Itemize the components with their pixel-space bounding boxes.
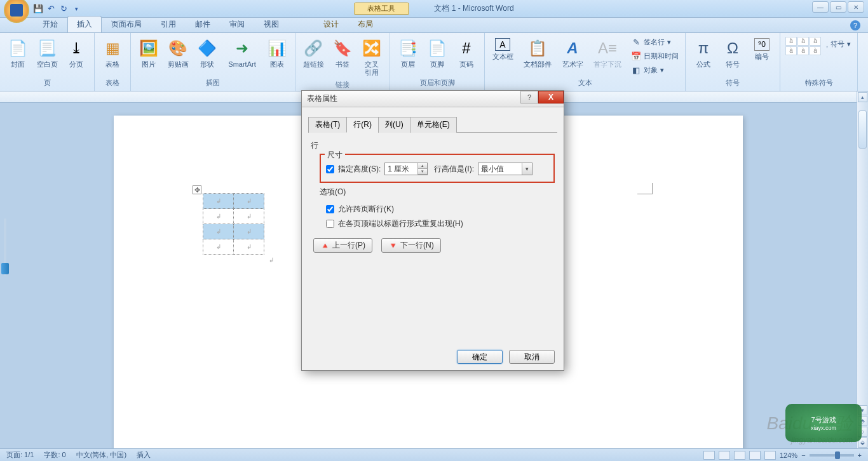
cancel-button[interactable]: 取消 [509, 350, 555, 364]
status-language[interactable]: 中文(简体, 中国) [76, 450, 126, 460]
dialog-tab-column[interactable]: 列(U) [378, 117, 410, 133]
smartart-button[interactable]: ➜SmartArt [222, 36, 262, 71]
zoom-level[interactable]: 124% [780, 451, 797, 459]
view-web-icon[interactable] [734, 451, 745, 460]
tab-layout[interactable]: 布局 [348, 16, 383, 32]
view-outline-icon[interactable] [749, 451, 761, 460]
drop-cap-button[interactable]: A≡首字下沉 [588, 36, 627, 71]
tab-review[interactable]: 审阅 [220, 16, 254, 32]
signature-line-button[interactable]: ✎签名行 ▾ [628, 36, 681, 48]
footer-icon: 📄 [427, 38, 447, 58]
textbox-button[interactable]: A文本框 [489, 36, 517, 63]
dialog-help-button[interactable]: ? [520, 91, 538, 104]
prev-row-button[interactable]: 🔺上一行(P) [313, 238, 372, 253]
view-print-layout-icon[interactable] [703, 451, 715, 460]
next-row-button[interactable]: 🔻下一行(N) [381, 238, 441, 253]
view-draft-icon[interactable] [764, 451, 776, 460]
chart-button[interactable]: 📊图表 [263, 36, 291, 71]
status-page[interactable]: 页面: 1/1 [6, 450, 34, 460]
smartart-icon: ➜ [232, 38, 252, 58]
repeat-header-checkbox[interactable] [326, 220, 334, 228]
view-full-screen-icon[interactable] [719, 451, 730, 460]
bookmark-button[interactable]: 🔖书签 [329, 36, 356, 71]
symbol-grid[interactable]: ààà ààà [784, 36, 822, 57]
undo-icon[interactable]: ↶ [46, 4, 56, 14]
dialog-tab-table[interactable]: 表格(T) [308, 117, 347, 133]
corner-mark [637, 183, 653, 194]
spin-down-icon[interactable]: ▾ [418, 169, 427, 175]
page-icon: 📄 [8, 38, 28, 58]
status-words[interactable]: 字数: 0 [44, 450, 65, 460]
page-break-button[interactable]: ⤓分页 [62, 36, 90, 71]
number-button[interactable]: ⁹0编号 [748, 36, 776, 63]
zoom-in-button[interactable]: + [858, 451, 862, 459]
spin-up-icon[interactable]: ▴ [418, 163, 427, 169]
scrollbar-thumb[interactable] [858, 110, 867, 149]
tab-page-layout[interactable]: 页面布局 [102, 16, 151, 32]
cross-ref-button[interactable]: 🔀交叉 引用 [358, 36, 386, 79]
symbol-button[interactable]: Ω符号 [719, 36, 747, 71]
close-button[interactable]: ✕ [848, 1, 864, 13]
dialog-close-button[interactable]: X [538, 91, 564, 104]
wordart-button[interactable]: A艺术字 [559, 36, 587, 71]
group-header-footer: 📑页眉 📄页脚 #页码 页眉和页脚 [390, 33, 485, 91]
minimize-button[interactable]: — [812, 1, 829, 13]
link-icon: 🔗 [303, 38, 323, 58]
help-icon[interactable]: ? [850, 20, 860, 30]
tab-view[interactable]: 视图 [254, 16, 288, 32]
document-table[interactable]: ↲↲ ↲↲ ↲↲ ↲↲ [203, 193, 264, 255]
restore-button[interactable]: ▭ [830, 1, 846, 13]
header-button[interactable]: 📑页眉 [394, 36, 422, 71]
dialog-titlebar[interactable]: 表格属性 ? X [302, 91, 564, 107]
table-button[interactable]: ▦表格 [98, 36, 126, 71]
tab-design[interactable]: 设计 [314, 16, 348, 32]
ok-button[interactable]: 确定 [457, 350, 503, 364]
zoom-out-button[interactable]: − [801, 451, 805, 459]
status-mode[interactable]: 插入 [137, 450, 151, 460]
hyperlink-button[interactable]: 🔗超链接 [299, 36, 327, 71]
group-special-symbols: ààà ààà , 符号 ▾ 特殊符号 [780, 33, 858, 91]
group-links: 🔗超链接 🔖书签 🔀交叉 引用 链接 [295, 33, 390, 91]
quick-access-toolbar: 💾 ↶ ↻ ▾ [33, 4, 81, 14]
picture-button[interactable]: 🖼️图片 [135, 36, 163, 71]
scroll-up-icon[interactable]: ▴ [858, 92, 867, 102]
tab-references[interactable]: 引用 [151, 16, 186, 32]
date-time-button[interactable]: 📅日期和时间 [628, 50, 681, 62]
tab-insert[interactable]: 插入 [67, 16, 102, 32]
dialog-tab-row[interactable]: 行(R) [346, 117, 379, 133]
specify-height-label: 指定高度(S): [338, 164, 381, 175]
table-move-handle[interactable]: ✥ [193, 185, 201, 194]
save-icon[interactable]: 💾 [33, 4, 43, 14]
qat-dropdown-icon[interactable]: ▾ [71, 4, 81, 14]
more-symbols-button[interactable]: , 符号 ▾ [824, 38, 853, 50]
quick-parts-button[interactable]: 📋文档部件 [518, 36, 557, 71]
tab-home[interactable]: 开始 [33, 16, 67, 32]
redo-icon[interactable]: ↻ [58, 4, 69, 14]
group-text: A文本框 📋文档部件 A艺术字 A≡首字下沉 ✎签名行 ▾ 📅日期和时间 ◧对象… [485, 33, 686, 91]
cover-page-button[interactable]: 📄封面 [4, 36, 32, 71]
size-section-highlight: 尺寸 指定高度(S): 1 厘米 ▴▾ 行高值是(I): 最小值 ▾ [320, 154, 555, 183]
clipart-button[interactable]: 🎨剪贴画 [164, 36, 192, 71]
arrow-up-icon: 🔺 [320, 241, 330, 250]
object-button[interactable]: ◧对象 ▾ [628, 63, 681, 76]
blank-page-button[interactable]: 📃空白页 [33, 36, 61, 71]
dialog-tab-cell[interactable]: 单元格(E) [410, 117, 457, 133]
tab-mailings[interactable]: 邮件 [186, 16, 220, 32]
equation-button[interactable]: π公式 [689, 36, 717, 71]
vertical-scrollbar[interactable]: ▴ ▾ ⬘ ○ ⬙ [857, 91, 868, 448]
picture-icon: 🖼️ [139, 38, 159, 58]
shapes-button[interactable]: 🔷形状 [193, 36, 221, 71]
footer-button[interactable]: 📄页脚 [423, 36, 451, 71]
equation-icon: π [693, 38, 714, 58]
row-height-mode-combo[interactable]: 最小值 ▾ [478, 163, 532, 175]
group-label: 页眉和页脚 [394, 77, 480, 88]
shapes-icon: 🔷 [197, 38, 217, 58]
zoom-slider[interactable] [810, 454, 854, 457]
size-legend: 尺寸 [325, 150, 345, 161]
page-number-button[interactable]: #页码 [452, 36, 480, 71]
specify-height-checkbox[interactable] [326, 165, 334, 173]
chevron-down-icon[interactable]: ▾ [522, 163, 532, 175]
allow-break-checkbox[interactable] [326, 205, 334, 213]
height-spin-input[interactable]: 1 厘米 ▴▾ [384, 163, 428, 175]
number-icon: ⁹0 [754, 38, 770, 51]
